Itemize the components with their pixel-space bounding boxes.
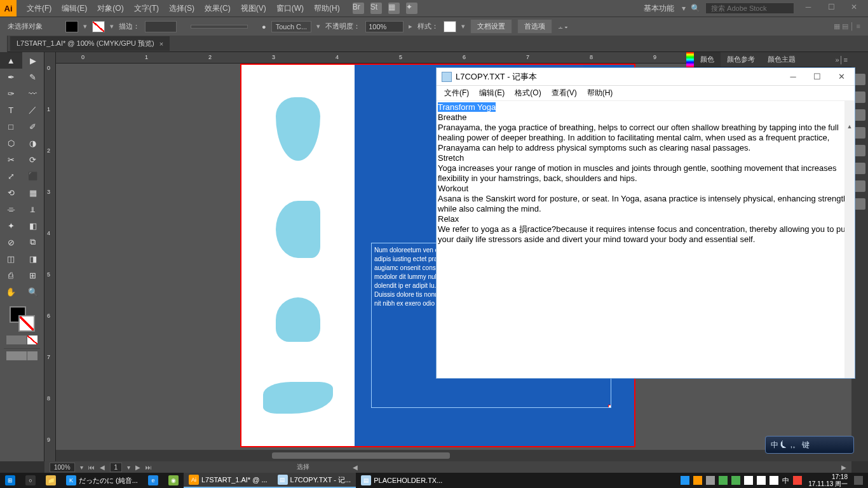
none-mode-icon[interactable] (27, 336, 37, 344)
taskbar-app[interactable]: ⊞ (0, 473, 20, 488)
notepad-menu-item[interactable]: 帮助(H) (582, 86, 618, 100)
ime-indicator[interactable]: 中 ⏾ ,。 键 (765, 436, 854, 454)
notepad-close-button[interactable]: ✕ (833, 72, 850, 81)
taskbar-app[interactable]: 📁 (41, 473, 61, 488)
tool-button[interactable]: ／ (22, 102, 44, 118)
document-tab[interactable]: L7START_1.AI* @ 100% (CMYK/GPU 预览) × (10, 36, 170, 51)
volume-icon[interactable] (770, 476, 778, 485)
horizontal-scrollbar[interactable] (56, 450, 851, 461)
notepad-menu-item[interactable]: 查看(V) (546, 86, 582, 100)
tray-icon[interactable] (681, 476, 689, 485)
tool-button[interactable]: ✋ (0, 283, 22, 300)
menu-item[interactable]: 对象(O) (92, 3, 128, 14)
notepad-titlebar[interactable]: L7COPY.TXT - 记事本 ─ ☐ ✕ (437, 68, 855, 86)
panel-icon[interactable] (854, 92, 865, 103)
menu-item[interactable]: 编辑(E) (57, 3, 92, 14)
taskbar-app[interactable]: ◉ (163, 473, 184, 488)
panel-tab-color-themes[interactable]: 颜色主题 (761, 52, 802, 67)
wifi-icon[interactable] (757, 476, 766, 485)
notification-icon[interactable] (854, 476, 863, 485)
tool-button[interactable]: ✑ (0, 85, 22, 102)
overset-text-icon[interactable]: + (608, 405, 611, 408)
style-swatch[interactable] (444, 21, 456, 32)
preferences-button[interactable]: 首选项 (517, 19, 552, 34)
stroke-color-icon[interactable] (18, 315, 35, 332)
tool-button[interactable]: ◨ (22, 250, 44, 267)
ime-lang-icon[interactable]: 中 (782, 476, 789, 485)
draw-inside-icon[interactable] (27, 351, 37, 360)
notepad-minimize-button[interactable]: ─ (785, 72, 801, 81)
network-icon[interactable] (731, 476, 740, 485)
panel-tab-color-guide[interactable]: 颜色参考 (721, 52, 761, 67)
toolbox-collapse-icon[interactable] (0, 36, 8, 52)
panel-icon[interactable] (854, 74, 865, 85)
tool-button[interactable]: 🔍 (22, 283, 44, 300)
notepad-menu-item[interactable]: 格式(O) (510, 86, 546, 100)
align-icon[interactable]: ⫠▾ (557, 23, 568, 30)
tool-button[interactable]: ⎙ (0, 267, 22, 283)
minimize-button[interactable]: ─ (799, 3, 817, 14)
battery-icon[interactable] (744, 476, 753, 485)
last-artboard-icon[interactable]: ⏭ (146, 464, 152, 471)
stroke-weight-input[interactable] (145, 21, 177, 32)
next-artboard-icon[interactable]: ▶ (135, 464, 140, 471)
menu-item[interactable]: 窗口(W) (271, 3, 309, 14)
menu-item[interactable]: 文字(T) (129, 3, 164, 14)
panel-icon[interactable] (854, 109, 865, 121)
taskbar-app[interactable]: ▤L7COPY.TXT - 记... (273, 473, 356, 488)
notepad-window[interactable]: L7COPY.TXT - 记事本 ─ ☐ ✕ 文件(F)编辑(E)格式(O)查看… (436, 67, 855, 379)
scroll-right-icon[interactable]: ▶ (841, 464, 846, 471)
tool-button[interactable]: ⊘ (0, 234, 22, 250)
notepad-menu-item[interactable]: 编辑(E) (474, 86, 510, 100)
taskbar-clock[interactable]: 17:18 17.11.13 周一 (806, 473, 850, 487)
tool-button[interactable]: T (0, 102, 22, 118)
brush-dropdown[interactable] (191, 25, 248, 29)
tool-button[interactable]: ⟲ (0, 184, 22, 201)
close-tab-icon[interactable]: × (159, 40, 163, 48)
variable-width-profile[interactable]: Touch C... (271, 21, 312, 32)
menu-item[interactable]: 选择(S) (164, 3, 200, 14)
tool-button[interactable]: ✐ (22, 118, 44, 135)
gradient-mode-icon[interactable] (17, 336, 27, 344)
stroke-swatch[interactable] (92, 21, 105, 32)
prev-artboard-icon[interactable]: ◀ (100, 464, 105, 471)
fill-swatch[interactable] (65, 21, 78, 32)
taskbar-app[interactable]: AiL7START_1.AI* @ ... (184, 473, 273, 488)
tool-button[interactable]: ⤢ (0, 168, 22, 184)
first-artboard-icon[interactable]: ⏮ (88, 464, 95, 471)
fill-stroke-swatches[interactable] (10, 306, 35, 332)
panel-icon[interactable] (854, 180, 865, 192)
menu-item[interactable]: 帮助(H) (309, 3, 345, 14)
panel-icon[interactable] (854, 127, 865, 139)
spectrum-icon[interactable] (686, 52, 694, 67)
tool-button[interactable]: ⧉ (22, 234, 44, 250)
workspace-switcher[interactable]: 基本功能 (644, 3, 674, 14)
tool-button[interactable]: ✦ (0, 217, 22, 234)
tray-icon[interactable] (706, 476, 715, 485)
tool-button[interactable]: ⬡ (0, 135, 22, 151)
draw-normal-icon[interactable] (6, 351, 17, 360)
tool-button[interactable]: ▦ (22, 184, 44, 201)
tray-icon[interactable] (719, 476, 728, 485)
menu-item[interactable]: 效果(C) (200, 3, 236, 14)
menu-item[interactable]: 视图(V) (236, 3, 271, 14)
close-button[interactable]: ✕ (845, 3, 863, 14)
taskbar-app[interactable]: ▤PLACEHOLDER.TX... (356, 473, 447, 488)
tool-button[interactable]: ⟳ (22, 151, 44, 168)
panel-icon[interactable] (854, 145, 865, 156)
draw-behind-icon[interactable] (17, 351, 27, 360)
scroll-left-icon[interactable]: ◀ (353, 464, 358, 471)
panel-icon[interactable] (854, 198, 865, 210)
tool-button[interactable]: ▲ (0, 52, 22, 69)
menu-item[interactable]: 文件(F) (22, 3, 57, 14)
search-stock-input[interactable] (705, 3, 794, 14)
taskbar-app[interactable]: e (143, 473, 163, 488)
notepad-menu-item[interactable]: 文件(F) (439, 86, 474, 100)
bridge-icon[interactable]: Br (353, 3, 364, 14)
tool-button[interactable]: ⫫ (22, 201, 44, 217)
gpu-icon[interactable]: ✦ (406, 3, 417, 14)
scroll-up-icon[interactable]: ▲ (844, 121, 855, 132)
tool-button[interactable]: 〰 (22, 85, 44, 102)
tool-button[interactable]: ◫ (0, 250, 22, 267)
tool-button[interactable]: ✂ (0, 151, 22, 168)
